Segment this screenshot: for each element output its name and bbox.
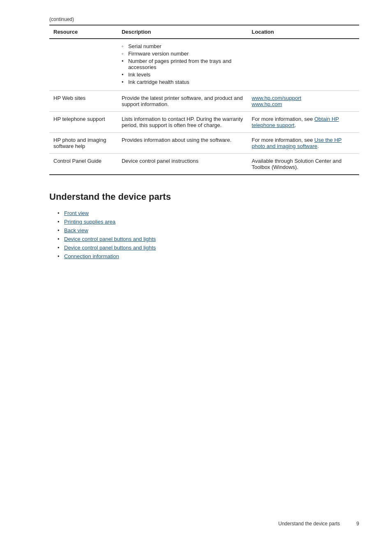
list-item: Ink levels [122, 72, 244, 78]
list-item: Device control panel buttons and lights [58, 243, 359, 252]
continued-label: (continued) [49, 16, 359, 22]
section-links-list: Front view Printing supplies area Back v… [58, 209, 359, 261]
list-item: Ink cartridge health status [122, 79, 244, 85]
location-cell: www.hp.com/support www.hp.com [248, 91, 359, 112]
hp-photo-link[interactable]: Use the HP photo and imaging software [252, 137, 342, 149]
location-cell [248, 39, 359, 91]
footer-text: Understand the device parts [278, 521, 340, 527]
table-row: HP telephone support Lists information t… [49, 112, 359, 133]
hp-support-link[interactable]: www.hp.com/support [252, 95, 302, 101]
resource-cell: HP Web sites [49, 91, 118, 112]
understand-section: Understand the device parts Front view P… [49, 192, 359, 261]
front-view-link[interactable]: Front view [64, 210, 89, 216]
page-footer: Understand the device parts 9 [278, 521, 359, 527]
list-item: Printing supplies area [58, 217, 359, 226]
resource-cell: Control Panel Guide [49, 154, 118, 175]
location-cell: For more information, see Use the HP pho… [248, 133, 359, 154]
hp-com-link[interactable]: www.hp.com [252, 101, 282, 107]
resource-table: Resource Description Location Serial num… [49, 25, 359, 175]
footer-page: 9 [356, 521, 359, 527]
description-cell: Device control panel instructions [118, 154, 248, 175]
hp-telephone-link[interactable]: Obtain HP telephone support [252, 116, 339, 128]
list-item: Device control panel buttons and lights [58, 235, 359, 243]
list-item: Connection information [58, 252, 359, 261]
table-row: Serial number Firmware version number Nu… [49, 39, 359, 91]
list-item: Number of pages printed from the trays a… [122, 58, 244, 70]
header-location: Location [248, 25, 359, 39]
list-item: Front view [58, 209, 359, 217]
table-row: HP Web sites Provide the latest printer … [49, 91, 359, 112]
section-title: Understand the device parts [49, 192, 359, 202]
list-item: Serial number [122, 43, 244, 49]
resource-cell: HP photo and imaging software help [49, 133, 118, 154]
description-cell: Provide the latest printer software, and… [118, 91, 248, 112]
description-cell: Serial number Firmware version number Nu… [118, 39, 248, 91]
back-view-link[interactable]: Back view [64, 227, 88, 233]
resource-cell [49, 39, 118, 91]
list-item: Back view [58, 226, 359, 235]
control-panel-link-2[interactable]: Device control panel buttons and lights [64, 245, 156, 251]
control-panel-link-1[interactable]: Device control panel buttons and lights [64, 236, 156, 242]
description-cell: Lists information to contact HP. During … [118, 112, 248, 133]
location-cell: Available through Solution Center and To… [248, 154, 359, 175]
description-cell: Provides information about using the sof… [118, 133, 248, 154]
list-item: Firmware version number [122, 51, 244, 57]
resource-cell: HP telephone support [49, 112, 118, 133]
table-row: Control Panel Guide Device control panel… [49, 154, 359, 175]
printing-supplies-link[interactable]: Printing supplies area [64, 219, 115, 225]
location-cell: For more information, see Obtain HP tele… [248, 112, 359, 133]
table-row: HP photo and imaging software help Provi… [49, 133, 359, 154]
connection-info-link[interactable]: Connection information [64, 253, 119, 259]
header-description: Description [118, 25, 248, 39]
header-resource: Resource [49, 25, 118, 39]
